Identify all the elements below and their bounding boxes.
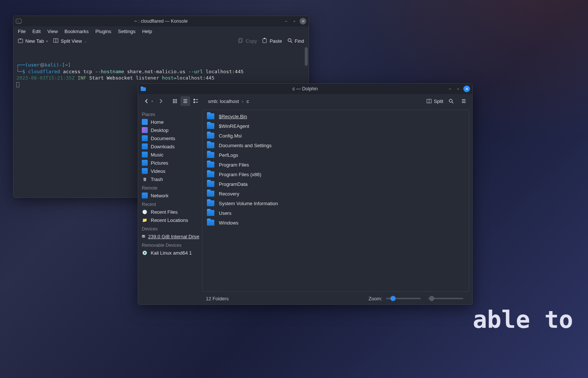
file-row[interactable]: Program Files: [202, 160, 469, 169]
sidebar-item-documents[interactable]: Documents: [140, 134, 199, 142]
file-row[interactable]: $Recycle.Bin: [202, 112, 469, 121]
file-name: $Recycle.Bin: [219, 114, 247, 119]
file-row[interactable]: ProgramData: [202, 179, 469, 189]
maximize-button[interactable]: ▫: [291, 18, 297, 24]
sidebar-item-home[interactable]: Home: [140, 118, 199, 126]
sidebar-item-pictures[interactable]: Pictures: [140, 159, 199, 167]
file-row[interactable]: PerfLogs: [202, 150, 469, 160]
network-icon: [142, 193, 148, 198]
download-icon: [142, 143, 148, 149]
zoom-slider[interactable]: [386, 298, 421, 299]
paste-button[interactable]: Paste: [262, 38, 282, 44]
sidebar-item-label: Recent Locations: [151, 217, 188, 223]
icon-view-button[interactable]: [170, 96, 180, 106]
file-row[interactable]: Windows: [202, 218, 469, 227]
file-row[interactable]: Program Files (x86): [202, 169, 469, 179]
back-button[interactable]: [142, 96, 151, 106]
split-view-button[interactable]: Split View ⌄: [53, 38, 87, 44]
menu-file[interactable]: File: [18, 29, 26, 34]
svg-line-12: [291, 41, 292, 43]
konsole-toolbar: New Tab ▾ Split View ⌄ Copy Paste: [13, 36, 309, 47]
list-view-button[interactable]: [180, 96, 190, 106]
sidebar-item-music[interactable]: Music: [140, 151, 199, 159]
file-name: System Volume Information: [219, 201, 278, 206]
svg-rect-14: [141, 87, 143, 88]
home-icon: [142, 119, 148, 125]
folder-icon: [207, 162, 214, 168]
trash-icon: 🗑: [142, 176, 148, 182]
file-row[interactable]: $WinREAgent: [202, 121, 469, 131]
file-row[interactable]: Users: [202, 208, 469, 218]
zoom-label: Zoom:: [368, 296, 382, 301]
svg-rect-27: [194, 99, 195, 100]
maximize-button[interactable]: ▫: [455, 86, 461, 92]
search-button[interactable]: [446, 96, 456, 106]
file-row[interactable]: System Volume Information: [202, 198, 469, 208]
menu-view[interactable]: View: [47, 29, 58, 34]
svg-point-17: [176, 99, 177, 100]
file-name: Documents and Settings: [219, 143, 272, 148]
dolphin-titlebar[interactable]: c — Dolphin − ▫ ✕: [138, 84, 472, 94]
music-icon: [142, 152, 148, 158]
breadcrumb-leaf[interactable]: c: [246, 98, 249, 104]
remote-label: Remote: [140, 183, 199, 191]
forward-button[interactable]: [156, 96, 166, 106]
pictures-icon: [142, 160, 148, 166]
svg-point-19: [175, 101, 176, 102]
menu-edit[interactable]: Edit: [32, 29, 41, 34]
sidebar-item-recent-locations[interactable]: 📁Recent Locations: [140, 216, 199, 224]
find-button[interactable]: Find: [287, 38, 304, 44]
new-tab-button[interactable]: New Tab ▾: [18, 38, 48, 44]
minimize-button[interactable]: −: [447, 86, 453, 92]
close-button[interactable]: ✕: [300, 18, 306, 25]
detail-view-button[interactable]: [191, 96, 201, 106]
split-button[interactable]: Split: [426, 98, 443, 104]
svg-text:>_: >_: [17, 20, 21, 23]
hamburger-menu-button[interactable]: [459, 96, 469, 106]
svg-point-33: [449, 99, 452, 102]
chevron-down-icon: ▾: [46, 39, 48, 43]
terminal-app-icon: >_: [16, 18, 22, 24]
minimize-button[interactable]: −: [283, 18, 289, 24]
paste-icon: [262, 38, 267, 44]
file-name: Program Files (x86): [219, 172, 261, 177]
menu-help[interactable]: Help: [142, 29, 152, 34]
menu-settings[interactable]: Settings: [118, 29, 135, 34]
sidebar-item-videos[interactable]: Videos: [140, 167, 199, 175]
konsole-titlebar[interactable]: >_ ~ : cloudflared — Konsole − ▫ ✕: [13, 16, 309, 26]
zoom-slider-secondary[interactable]: [428, 298, 463, 299]
breadcrumb-root[interactable]: smb: localhost: [208, 98, 239, 104]
svg-point-23: [176, 102, 177, 103]
breadcrumb[interactable]: smb: localhost › c: [208, 98, 249, 104]
file-row[interactable]: Recovery: [202, 189, 469, 198]
removable-label: Removable Devices: [140, 240, 199, 249]
sidebar-item-label: Home: [151, 119, 164, 125]
dolphin-app-icon: [140, 86, 146, 92]
menu-bookmarks[interactable]: Bookmarks: [64, 29, 89, 34]
chevron-down-icon[interactable]: ▾: [151, 100, 153, 103]
sidebar-item-desktop[interactable]: Desktop: [140, 126, 199, 134]
sidebar-item-downloads[interactable]: Downloads: [140, 142, 199, 151]
file-row[interactable]: Config.Msi: [202, 131, 469, 140]
sidebar-item-label: Downloads: [151, 144, 175, 149]
file-row[interactable]: Documents and Settings: [202, 140, 469, 150]
copy-button[interactable]: Copy: [238, 38, 257, 44]
search-icon: [287, 38, 293, 44]
sidebar-item-internal-drive[interactable]: ⛃239.0 GiB Internal Drive ...: [140, 232, 199, 240]
sidebar-item-label: Trash: [151, 177, 163, 182]
svg-point-22: [175, 102, 176, 103]
folder-icon: [207, 133, 214, 139]
sidebar-item-recent-files[interactable]: 🕓Recent Files: [140, 208, 199, 216]
sidebar-item-network[interactable]: Network: [140, 191, 199, 200]
menu-plugins[interactable]: Plugins: [95, 29, 111, 34]
sidebar-item-kali-cd[interactable]: 💿Kali Linux amd64 1: [140, 249, 199, 257]
svg-point-21: [173, 102, 174, 103]
scrollbar[interactable]: [305, 47, 308, 66]
devices-label: Devices: [140, 224, 199, 232]
copy-icon: [238, 38, 243, 44]
close-button[interactable]: ✕: [463, 85, 470, 92]
svg-point-11: [288, 39, 291, 42]
places-label: Places: [140, 110, 199, 118]
sidebar-item-trash[interactable]: 🗑Trash: [140, 175, 199, 183]
file-list: $Recycle.Bin $WinREAgent Config.Msi Docu…: [202, 110, 469, 292]
